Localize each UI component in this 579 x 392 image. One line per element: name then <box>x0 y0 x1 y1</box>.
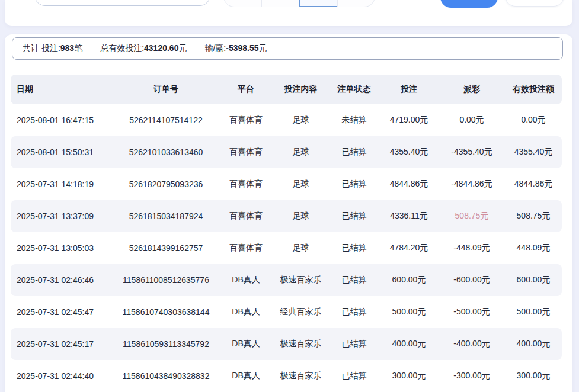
segment-button-4[interactable] <box>337 0 375 7</box>
table-body: 2025-08-01 16:47:15 5262114107514122 百喜体… <box>11 104 562 392</box>
table-row: 2025-07-31 13:05:03 5261814399162757 百喜体… <box>11 232 562 264</box>
table-row: 2025-08-01 15:50:31 5262101033613460 百喜体… <box>11 136 562 168</box>
header-bet-content: 投注内容 <box>273 84 329 95</box>
table-header-row: 日期 订单号 平台 投注内容 注单状态 投注 派彩 有效投注额 <box>11 75 562 104</box>
cell-bet-status: 已结算 <box>329 147 379 158</box>
header-order-number: 订单号 <box>113 84 219 95</box>
segment-button-2[interactable] <box>261 0 299 7</box>
cell-bet-content: 极速百家乐 <box>273 371 329 381</box>
cell-bet-amount: 4784.20元 <box>379 243 439 253</box>
table-row: 2025-07-31 02:45:47 1158610740303638144 … <box>11 296 562 328</box>
cell-platform: DB真人 <box>219 339 273 349</box>
cell-date: 2025-08-01 16:47:15 <box>11 115 113 125</box>
cell-bet-amount: 4355.40元 <box>379 147 439 158</box>
header-bet-amount: 投注 <box>379 84 439 95</box>
summary-win-loss: 输/赢:-5398.55元 <box>204 43 267 54</box>
header-bet-status: 注单状态 <box>329 84 379 95</box>
cell-bet-status: 已结算 <box>329 307 379 317</box>
cell-order-number: 1158610438490328832 <box>113 371 219 381</box>
cell-bet-content: 足球 <box>273 211 329 221</box>
cell-order-number: 5262114107514122 <box>113 115 219 125</box>
cell-order-number: 5261820795093236 <box>113 179 219 189</box>
search-input[interactable] <box>34 0 210 6</box>
cell-bet-status: 已结算 <box>329 339 379 349</box>
table-row: 2025-07-31 02:46:46 1158611008512635776 … <box>11 264 562 296</box>
cell-bet-content: 足球 <box>273 115 329 126</box>
cell-order-number: 5262101033613460 <box>113 147 219 157</box>
cell-bet-status: 未结算 <box>329 115 379 126</box>
cell-date: 2025-07-31 02:44:40 <box>11 371 113 381</box>
summary-bar: 共计 投注:983笔 总有效投注:43120.60元 输/赢:-5398.55元 <box>12 37 563 60</box>
cell-bet-status: 已结算 <box>329 243 379 253</box>
toolbar-card <box>5 0 572 26</box>
header-valid-bet-amount: 有效投注额 <box>505 84 562 95</box>
cell-platform: 百喜体育 <box>219 179 273 189</box>
segment-button-3-selected[interactable] <box>299 0 337 7</box>
segment-button-1[interactable] <box>224 0 261 7</box>
cell-platform: 百喜体育 <box>219 115 273 126</box>
cell-bet-status: 已结算 <box>329 275 379 285</box>
cell-payout: -448.09元 <box>439 243 505 253</box>
cell-valid-bet-amount: 600.00元 <box>505 275 562 285</box>
cell-date: 2025-07-31 02:46:46 <box>11 275 113 285</box>
cell-bet-amount: 4844.86元 <box>379 179 439 189</box>
cell-valid-bet-amount: 4844.86元 <box>505 179 562 189</box>
cell-bet-amount: 600.00元 <box>379 275 439 285</box>
table-row: 2025-07-31 13:37:09 5261815034187924 百喜体… <box>11 200 562 232</box>
cell-valid-bet-amount: 4355.40元 <box>505 147 562 158</box>
cell-order-number: 1158611008512635776 <box>113 275 219 285</box>
cell-order-number: 5261814399162757 <box>113 243 219 253</box>
cell-platform: 百喜体育 <box>219 147 273 158</box>
cell-order-number: 1158610593113345792 <box>113 339 219 349</box>
cell-bet-amount: 300.00元 <box>379 371 439 381</box>
cell-valid-bet-amount: 508.75元 <box>505 211 562 221</box>
cell-platform: DB真人 <box>219 371 273 381</box>
cell-bet-content: 足球 <box>273 243 329 253</box>
primary-action-button[interactable] <box>440 0 498 8</box>
toolbar-segmented-control <box>223 0 375 7</box>
cell-payout: -4844.86元 <box>439 179 505 189</box>
cell-valid-bet-amount: 448.09元 <box>505 243 562 253</box>
table-row: 2025-07-31 02:45:17 1158610593113345792 … <box>11 328 562 360</box>
cell-platform: 百喜体育 <box>219 211 273 221</box>
cell-date: 2025-07-31 13:37:09 <box>11 211 113 221</box>
cell-payout: -600.00元 <box>439 275 505 285</box>
cell-valid-bet-amount: 500.00元 <box>505 307 562 317</box>
summary-valid-turnover: 总有效投注:43120.60元 <box>100 43 187 54</box>
cell-valid-bet-amount: 400.00元 <box>505 339 562 349</box>
cell-bet-amount: 4719.00元 <box>379 115 439 126</box>
cell-bet-content: 极速百家乐 <box>273 339 329 349</box>
cell-valid-bet-amount: 300.00元 <box>505 371 562 381</box>
cell-bet-status: 已结算 <box>329 179 379 189</box>
cell-payout: -4355.40元 <box>439 147 505 158</box>
secondary-action-button[interactable] <box>505 0 564 7</box>
cell-bet-amount: 500.00元 <box>379 307 439 317</box>
cell-bet-amount: 400.00元 <box>379 339 439 349</box>
cell-date: 2025-08-01 15:50:31 <box>11 147 113 157</box>
header-platform: 平台 <box>219 84 273 95</box>
records-card: 共计 投注:983笔 总有效投注:43120.60元 输/赢:-5398.55元… <box>5 34 572 392</box>
cell-date: 2025-07-31 14:18:19 <box>11 179 113 189</box>
table-row: 2025-07-31 02:44:40 1158610438490328832 … <box>11 360 562 392</box>
cell-payout: -400.00元 <box>439 339 505 349</box>
table-row: 2025-07-31 14:18:19 5261820795093236 百喜体… <box>11 168 562 200</box>
cell-order-number: 5261815034187924 <box>113 211 219 221</box>
cell-bet-content: 足球 <box>273 147 329 158</box>
summary-total-bets: 共计 投注:983笔 <box>23 43 82 54</box>
cell-payout: 508.75元 <box>439 211 505 221</box>
cell-date: 2025-07-31 02:45:47 <box>11 307 113 317</box>
bets-table: 日期 订单号 平台 投注内容 注单状态 投注 派彩 有效投注额 2025-08-… <box>11 75 562 392</box>
cell-bet-status: 已结算 <box>329 211 379 221</box>
cell-bet-content: 经典百家乐 <box>273 307 329 317</box>
cell-date: 2025-07-31 13:05:03 <box>11 243 113 253</box>
cell-bet-amount: 4336.11元 <box>379 211 439 221</box>
cell-bet-status: 已结算 <box>329 371 379 381</box>
cell-order-number: 1158610740303638144 <box>113 307 219 317</box>
cell-platform: 百喜体育 <box>219 243 273 253</box>
header-date: 日期 <box>11 84 113 95</box>
cell-bet-content: 足球 <box>273 179 329 189</box>
cell-payout: -300.00元 <box>439 371 505 381</box>
cell-payout: 0.00元 <box>439 115 505 126</box>
cell-platform: DB真人 <box>219 275 273 285</box>
header-payout: 派彩 <box>439 84 505 95</box>
